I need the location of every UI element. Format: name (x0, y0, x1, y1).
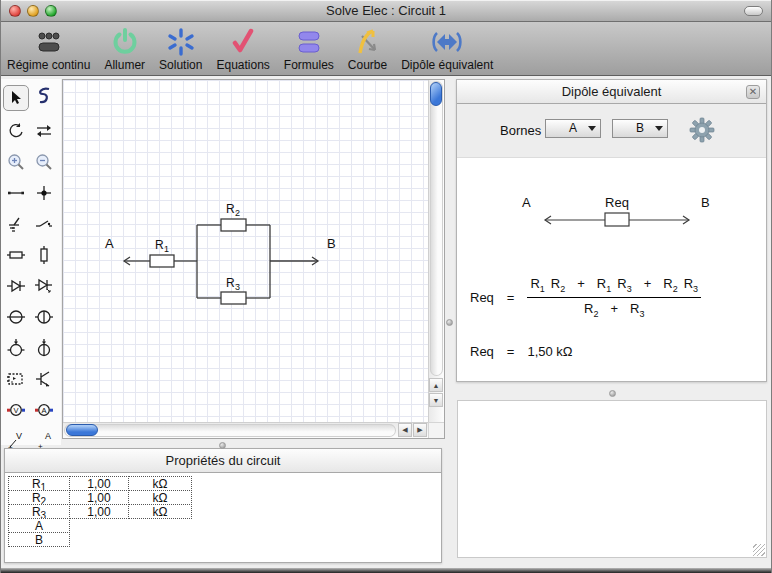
toolbar-label: Dipôle équivalent (401, 58, 493, 72)
scroll-down-button[interactable]: ▼ (429, 393, 443, 407)
toolbar-toggle-button[interactable] (744, 6, 763, 16)
ammeter-tool[interactable]: A (31, 399, 57, 421)
ground-tool[interactable] (3, 213, 29, 235)
toolbar-button-dipole-equivalent[interactable]: Dipôle équivalent (401, 27, 493, 72)
secondary-results-box (457, 400, 767, 558)
toolbar-button-formules[interactable]: Formules (284, 27, 334, 72)
right-splitter-handle[interactable] (609, 390, 616, 397)
component-name-cell[interactable]: A (8, 518, 70, 533)
diode-tool[interactable] (3, 275, 29, 297)
component-unit-cell[interactable]: kΩ (128, 490, 192, 505)
req-diagram-a-label: A (522, 195, 531, 210)
title-bar[interactable]: Solve Elec : Circuit 1 (1, 0, 771, 22)
resistor-r1[interactable] (150, 255, 174, 267)
svg-text:A: A (45, 431, 51, 441)
borne-b-dropdown[interactable]: B (612, 119, 668, 138)
horizontal-scroll-thumb[interactable] (66, 424, 98, 436)
curve-icon (354, 27, 382, 57)
req-formula: Req = R1R2+R1R3+R2R3 R2+R3 (470, 276, 701, 318)
voltmeter-tool[interactable]: V (3, 399, 29, 421)
resistor-v-tool[interactable] (31, 244, 57, 266)
node-tool[interactable] (31, 182, 57, 204)
component-name-cell[interactable]: R1 (8, 476, 70, 491)
scroll-left-button[interactable]: ◀ (398, 423, 412, 437)
req-value: 1,50 kΩ (527, 344, 572, 359)
circuit-drawing[interactable]: A B R 1 R 2 R 3 (63, 80, 428, 422)
freehand-wire-tool[interactable] (31, 85, 57, 107)
dc-supply-icon (31, 27, 67, 57)
chevron-down-icon (655, 126, 663, 131)
component-name-cell[interactable]: R3 (8, 504, 70, 519)
bornes-label: Bornes (500, 123, 541, 138)
svg-text:A: A (41, 406, 46, 415)
svg-text:2: 2 (235, 208, 240, 218)
voltage-source-tool[interactable] (3, 306, 29, 328)
borne-a-dropdown[interactable]: A (545, 119, 601, 138)
app-window: Solve Elec : Circuit 1 Régime continuAll… (0, 0, 772, 573)
close-panel-button[interactable]: ✕ (746, 85, 760, 99)
resize-grip[interactable] (753, 544, 765, 556)
resistor-r2[interactable] (221, 219, 246, 231)
component-value-cell[interactable]: 1,00 (69, 490, 129, 505)
zoom-out-tool[interactable] (31, 151, 57, 173)
gear-icon[interactable] (689, 116, 715, 148)
current-source-tool[interactable] (31, 306, 57, 328)
transistor-tool[interactable] (31, 368, 57, 390)
r2-label: R (226, 202, 235, 216)
controlled-source-2-tool[interactable] (31, 337, 57, 359)
vertical-scroll-thumb[interactable] (430, 82, 442, 106)
svg-text:V: V (13, 406, 18, 415)
vertical-scrollbar[interactable]: ▲ ▼ (428, 80, 444, 422)
toolbar-label: Formules (284, 58, 334, 72)
fraction-bar (527, 297, 701, 298)
select-tool[interactable] (3, 85, 29, 111)
property-row-r2: R21,00kΩ (9, 490, 441, 505)
toolbar-button-allumer[interactable]: Allumer (104, 27, 145, 72)
photodiode-tool[interactable] (31, 275, 57, 297)
component-unit-cell[interactable]: kΩ (128, 504, 192, 519)
zoom-in-tool[interactable] (3, 151, 29, 173)
switch-tool[interactable] (31, 213, 57, 235)
toolbar-button-solution[interactable]: Solution (159, 27, 202, 72)
component-name-cell[interactable]: B (8, 532, 70, 547)
wire-tool[interactable] (3, 182, 29, 204)
chevron-down-icon (588, 126, 596, 131)
scroll-up-button[interactable]: ▲ (429, 378, 443, 392)
vertical-splitter-handle[interactable] (446, 319, 453, 326)
toolbar-label: Solution (159, 58, 202, 72)
properties-panel-header[interactable]: Propriétés du circuit (5, 449, 441, 473)
toolbar-button-regime-continu[interactable]: Régime continu (7, 27, 90, 72)
toolbar-label: Equations (216, 58, 269, 72)
spark-icon (167, 27, 195, 57)
scrollbar-corner (428, 422, 444, 438)
component-palette: VAV+A+ (1, 79, 61, 445)
component-name-cell[interactable]: R2 (8, 490, 70, 505)
circuit-canvas[interactable]: A B R 1 R 2 R 3 (63, 80, 428, 422)
flip-tool[interactable] (31, 120, 57, 142)
dipole-panel-title: Dipôle équivalent (457, 80, 766, 104)
rotate-tool[interactable] (3, 120, 29, 142)
power-icon (110, 27, 140, 57)
resistor-r3[interactable] (221, 292, 246, 304)
ic-box-tool[interactable] (3, 368, 29, 390)
checkmark-icon (229, 27, 257, 57)
toolbar-label: Courbe (348, 58, 387, 72)
main-toolbar: Régime continuAllumerSolutionEquationsFo… (1, 22, 771, 76)
property-row-b: B (9, 532, 441, 547)
component-unit-cell[interactable]: kΩ (128, 476, 192, 491)
horizontal-scrollbar[interactable]: ◀ ▶ (63, 422, 428, 438)
component-value-cell[interactable]: 1,00 (69, 504, 129, 519)
r1-label: R (155, 238, 164, 252)
formula-denominator: R2+R3 (581, 301, 647, 316)
component-value-cell[interactable]: 1,00 (69, 476, 129, 491)
toolbar-button-equations[interactable]: Equations (216, 27, 269, 72)
controlled-source-tool[interactable] (3, 337, 29, 359)
toolbar-button-courbe[interactable]: Courbe (348, 27, 387, 72)
bornes-controls: Bornes A B (457, 104, 766, 158)
circuit-properties-panel: Propriétés du circuit R11,00kΩR21,00kΩR3… (4, 448, 442, 563)
left-splitter-handle[interactable] (219, 442, 226, 449)
resistor-h-tool[interactable] (3, 244, 29, 266)
dipole-panel-header[interactable]: Dipôle équivalent ✕ (457, 80, 766, 104)
toolbar-label: Allumer (104, 58, 145, 72)
scroll-right-button[interactable]: ▶ (413, 423, 427, 437)
